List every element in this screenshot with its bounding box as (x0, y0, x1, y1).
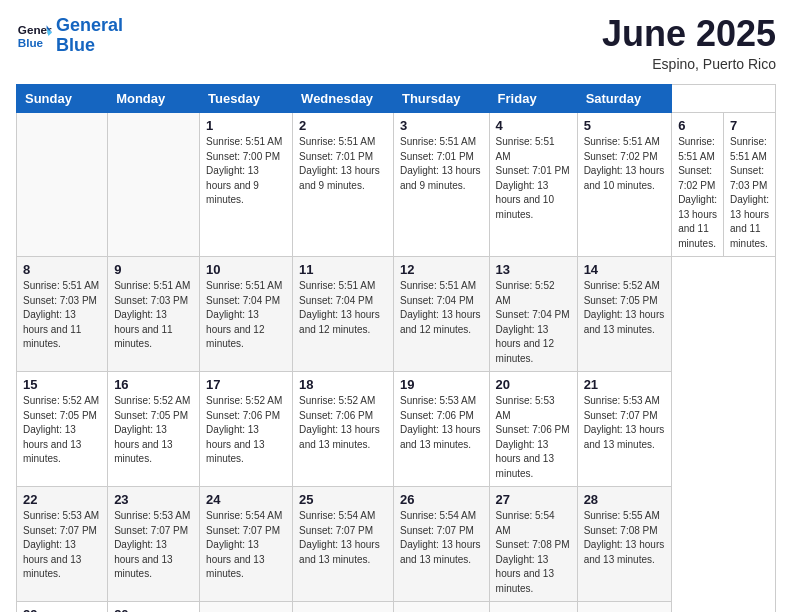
table-row: 4Sunrise: 5:51 AMSunset: 7:01 PMDaylight… (489, 113, 577, 257)
day-info: Sunrise: 5:51 AMSunset: 7:03 PMDaylight:… (23, 279, 101, 352)
day-number: 17 (206, 377, 286, 392)
table-row: 20Sunrise: 5:53 AMSunset: 7:06 PMDayligh… (489, 372, 577, 487)
table-row: 13Sunrise: 5:52 AMSunset: 7:04 PMDayligh… (489, 257, 577, 372)
day-info: Sunrise: 5:52 AMSunset: 7:05 PMDaylight:… (114, 394, 193, 467)
day-number: 1 (206, 118, 286, 133)
calendar-row: 15Sunrise: 5:52 AMSunset: 7:05 PMDayligh… (17, 372, 776, 487)
day-info: Sunrise: 5:54 AMSunset: 7:07 PMDaylight:… (400, 509, 483, 567)
day-number: 7 (730, 118, 769, 133)
day-info: Sunrise: 5:54 AMSunset: 7:07 PMDaylight:… (206, 509, 286, 582)
day-info: Sunrise: 5:51 AMSunset: 7:02 PMDaylight:… (584, 135, 666, 193)
day-number: 20 (496, 377, 571, 392)
day-number: 22 (23, 492, 101, 507)
day-number: 18 (299, 377, 387, 392)
day-info: Sunrise: 5:52 AMSunset: 7:06 PMDaylight:… (206, 394, 286, 467)
title-block: June 2025 Espino, Puerto Rico (602, 16, 776, 72)
col-sunday: Sunday (17, 85, 108, 113)
table-row: 3Sunrise: 5:51 AMSunset: 7:01 PMDaylight… (393, 113, 489, 257)
col-tuesday: Tuesday (200, 85, 293, 113)
col-saturday: Saturday (577, 85, 672, 113)
day-number: 2 (299, 118, 387, 133)
table-row: 8Sunrise: 5:51 AMSunset: 7:03 PMDaylight… (17, 257, 108, 372)
logo: General Blue GeneralBlue (16, 16, 123, 56)
table-row: 12Sunrise: 5:51 AMSunset: 7:04 PMDayligh… (393, 257, 489, 372)
table-row: 16Sunrise: 5:52 AMSunset: 7:05 PMDayligh… (108, 372, 200, 487)
day-number: 19 (400, 377, 483, 392)
table-row (200, 602, 293, 613)
day-number: 5 (584, 118, 666, 133)
svg-text:Blue: Blue (18, 36, 44, 49)
day-number: 4 (496, 118, 571, 133)
day-number: 27 (496, 492, 571, 507)
col-monday: Monday (108, 85, 200, 113)
table-row: 27Sunrise: 5:54 AMSunset: 7:08 PMDayligh… (489, 487, 577, 602)
table-row: 7Sunrise: 5:51 AMSunset: 7:03 PMDaylight… (724, 113, 776, 257)
table-row (108, 113, 200, 257)
day-number: 16 (114, 377, 193, 392)
day-info: Sunrise: 5:51 AMSunset: 7:04 PMDaylight:… (400, 279, 483, 337)
day-number: 14 (584, 262, 666, 277)
day-info: Sunrise: 5:52 AMSunset: 7:05 PMDaylight:… (584, 279, 666, 337)
day-number: 11 (299, 262, 387, 277)
table-row (489, 602, 577, 613)
day-info: Sunrise: 5:53 AMSunset: 7:06 PMDaylight:… (400, 394, 483, 452)
col-wednesday: Wednesday (293, 85, 394, 113)
table-row: 14Sunrise: 5:52 AMSunset: 7:05 PMDayligh… (577, 257, 672, 372)
table-row: 30Sunrise: 5:55 AMSunset: 7:08 PMDayligh… (108, 602, 200, 613)
calendar-header-row: Sunday Monday Tuesday Wednesday Thursday… (17, 85, 776, 113)
table-row: 10Sunrise: 5:51 AMSunset: 7:04 PMDayligh… (200, 257, 293, 372)
table-row: 2Sunrise: 5:51 AMSunset: 7:01 PMDaylight… (293, 113, 394, 257)
day-number: 13 (496, 262, 571, 277)
day-number: 28 (584, 492, 666, 507)
calendar-row: 22Sunrise: 5:53 AMSunset: 7:07 PMDayligh… (17, 487, 776, 602)
day-info: Sunrise: 5:53 AMSunset: 7:06 PMDaylight:… (496, 394, 571, 481)
table-row: 18Sunrise: 5:52 AMSunset: 7:06 PMDayligh… (293, 372, 394, 487)
page-header: General Blue GeneralBlue June 2025 Espin… (16, 16, 776, 72)
day-number: 15 (23, 377, 101, 392)
day-info: Sunrise: 5:51 AMSunset: 7:01 PMDaylight:… (299, 135, 387, 193)
day-info: Sunrise: 5:51 AMSunset: 7:03 PMDaylight:… (730, 135, 769, 251)
table-row: 22Sunrise: 5:53 AMSunset: 7:07 PMDayligh… (17, 487, 108, 602)
table-row: 23Sunrise: 5:53 AMSunset: 7:07 PMDayligh… (108, 487, 200, 602)
day-number: 21 (584, 377, 666, 392)
day-info: Sunrise: 5:53 AMSunset: 7:07 PMDaylight:… (114, 509, 193, 582)
day-info: Sunrise: 5:53 AMSunset: 7:07 PMDaylight:… (23, 509, 101, 582)
day-number: 25 (299, 492, 387, 507)
month-title: June 2025 (602, 16, 776, 52)
logo-text: GeneralBlue (56, 16, 123, 56)
day-info: Sunrise: 5:54 AMSunset: 7:07 PMDaylight:… (299, 509, 387, 567)
day-info: Sunrise: 5:52 AMSunset: 7:04 PMDaylight:… (496, 279, 571, 366)
day-info: Sunrise: 5:55 AMSunset: 7:08 PMDaylight:… (584, 509, 666, 567)
table-row (393, 602, 489, 613)
col-thursday: Thursday (393, 85, 489, 113)
table-row: 26Sunrise: 5:54 AMSunset: 7:07 PMDayligh… (393, 487, 489, 602)
day-info: Sunrise: 5:51 AMSunset: 7:04 PMDaylight:… (206, 279, 286, 352)
calendar-row: 29Sunrise: 5:55 AMSunset: 7:08 PMDayligh… (17, 602, 776, 613)
day-number: 30 (114, 607, 193, 612)
day-info: Sunrise: 5:54 AMSunset: 7:08 PMDaylight:… (496, 509, 571, 596)
table-row: 15Sunrise: 5:52 AMSunset: 7:05 PMDayligh… (17, 372, 108, 487)
table-row: 9Sunrise: 5:51 AMSunset: 7:03 PMDaylight… (108, 257, 200, 372)
day-info: Sunrise: 5:51 AMSunset: 7:02 PMDaylight:… (678, 135, 717, 251)
table-row: 11Sunrise: 5:51 AMSunset: 7:04 PMDayligh… (293, 257, 394, 372)
calendar-row: 1Sunrise: 5:51 AMSunset: 7:00 PMDaylight… (17, 113, 776, 257)
table-row: 25Sunrise: 5:54 AMSunset: 7:07 PMDayligh… (293, 487, 394, 602)
day-number: 9 (114, 262, 193, 277)
day-number: 24 (206, 492, 286, 507)
day-info: Sunrise: 5:52 AMSunset: 7:06 PMDaylight:… (299, 394, 387, 452)
day-number: 8 (23, 262, 101, 277)
day-info: Sunrise: 5:51 AMSunset: 7:01 PMDaylight:… (496, 135, 571, 222)
day-info: Sunrise: 5:51 AMSunset: 7:04 PMDaylight:… (299, 279, 387, 337)
calendar-table: Sunday Monday Tuesday Wednesday Thursday… (16, 84, 776, 612)
day-info: Sunrise: 5:51 AMSunset: 7:01 PMDaylight:… (400, 135, 483, 193)
day-number: 29 (23, 607, 101, 612)
table-row (293, 602, 394, 613)
table-row: 5Sunrise: 5:51 AMSunset: 7:02 PMDaylight… (577, 113, 672, 257)
table-row: 17Sunrise: 5:52 AMSunset: 7:06 PMDayligh… (200, 372, 293, 487)
logo-icon: General Blue (16, 18, 52, 54)
table-row (17, 113, 108, 257)
table-row: 24Sunrise: 5:54 AMSunset: 7:07 PMDayligh… (200, 487, 293, 602)
day-info: Sunrise: 5:53 AMSunset: 7:07 PMDaylight:… (584, 394, 666, 452)
table-row: 28Sunrise: 5:55 AMSunset: 7:08 PMDayligh… (577, 487, 672, 602)
table-row (577, 602, 672, 613)
